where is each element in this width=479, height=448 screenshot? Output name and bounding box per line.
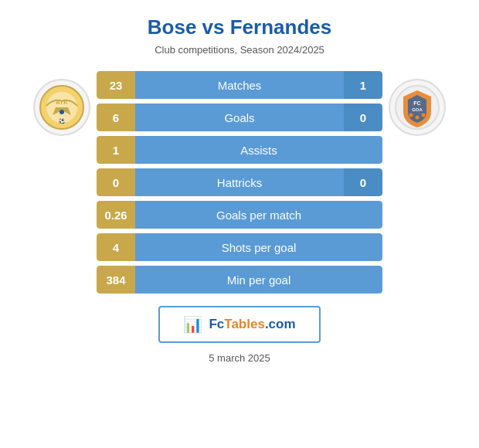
brand-text: FcTables.com [209,317,295,332]
stats-container: 23 Matches 1 6 Goals 0 1 Assists 0 Hattr… [97,71,382,294]
svg-text:FC: FC [413,100,420,106]
comparison-section: ATK ⚽ 23 Matches 1 6 Goals 0 1 Assists [15,71,464,294]
stat-left-shots-per-goal: 4 [97,233,135,261]
svg-point-9 [416,116,420,120]
stat-row-hattricks: 0 Hattricks 0 [97,168,382,196]
stat-label-min-per-goal: Min per goal [135,266,382,294]
svg-point-8 [409,114,413,117]
stat-left-assists: 1 [97,136,135,164]
stat-label-matches: Matches [135,71,344,99]
stat-label-shots-per-goal: Shots per goal [135,233,382,261]
stat-row-goals: 6 Goals 0 [97,104,382,131]
stat-left-hattricks: 0 [97,168,135,196]
svg-point-10 [422,114,426,117]
stat-row-matches: 23 Matches 1 [97,71,382,99]
match-subtitle: Club competitions, Season 2024/2025 [155,44,324,56]
stat-row-min-per-goal: 384 Min per goal [97,266,382,294]
stat-label-goals-per-match: Goals per match [135,201,382,229]
right-team-logo: FC GOA [389,79,446,136]
stat-label-assists: Assists [135,136,382,164]
stat-label-goals: Goals [135,104,344,131]
stat-right-matches: 1 [344,71,382,99]
left-team-logo-wrapper: ATK ⚽ [27,71,97,136]
stat-row-shots-per-goal: 4 Shots per goal [97,233,382,261]
left-team-logo: ATK ⚽ [33,79,90,136]
svg-text:⚽: ⚽ [59,117,66,124]
right-team-logo-wrapper: FC GOA [382,71,452,136]
stat-left-matches: 23 [97,71,135,99]
brand-icon: 📊 [183,315,202,334]
stat-row-assists: 1 Assists [97,136,382,164]
brand-box[interactable]: 📊 FcTables.com [158,306,320,343]
stat-right-goals: 0 [344,104,382,131]
stat-label-hattricks: Hattricks [135,168,344,196]
stat-right-hattricks: 0 [344,168,382,196]
svg-point-3 [59,110,64,114]
stat-left-goals: 6 [97,104,135,131]
match-date: 5 march 2025 [209,352,270,364]
stat-left-goals-per-match: 0.26 [97,201,135,229]
stat-left-min-per-goal: 384 [97,266,135,294]
stat-row-goals-per-match: 0.26 Goals per match [97,201,382,229]
match-title: Bose vs Fernandes [148,15,331,39]
svg-text:GOA: GOA [412,107,423,112]
